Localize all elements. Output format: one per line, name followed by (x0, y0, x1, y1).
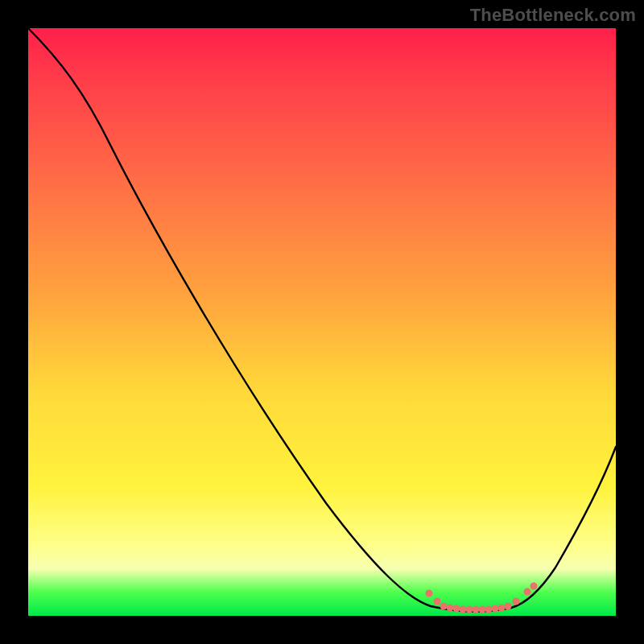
svg-point-2 (440, 603, 448, 610)
svg-point-3 (447, 605, 454, 612)
bottleneck-curve (28, 28, 616, 612)
svg-point-7 (473, 606, 480, 613)
svg-point-5 (460, 606, 467, 613)
svg-point-11 (498, 605, 506, 612)
svg-point-14 (524, 588, 531, 596)
svg-point-13 (513, 598, 520, 605)
chart-frame: TheBottleneck.com (0, 0, 644, 644)
svg-point-10 (492, 605, 499, 613)
svg-point-12 (505, 603, 512, 610)
svg-point-9 (485, 606, 493, 613)
svg-point-4 (453, 605, 460, 613)
svg-point-6 (466, 606, 473, 613)
chart-svg (28, 28, 616, 616)
svg-point-8 (479, 606, 486, 613)
plot-area (28, 28, 616, 616)
optimal-range-markers (426, 583, 538, 613)
svg-point-0 (426, 590, 433, 597)
svg-point-15 (530, 583, 538, 590)
watermark-text: TheBottleneck.com (470, 5, 636, 26)
svg-point-1 (434, 598, 441, 605)
